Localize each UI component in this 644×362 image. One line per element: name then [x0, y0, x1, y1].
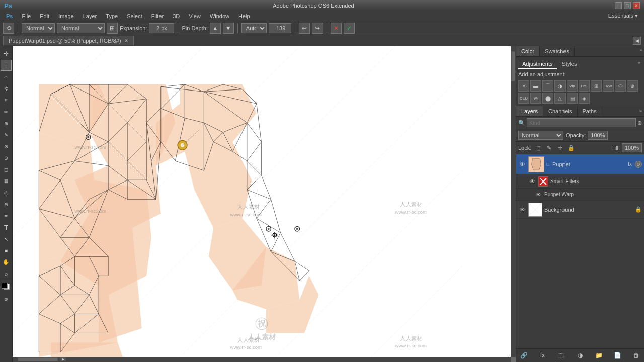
tab-channels[interactable]: Channels: [543, 106, 577, 116]
adj-vibrance[interactable]: Vib: [567, 80, 578, 92]
workspace-essentials[interactable]: Essentials ▾: [604, 12, 642, 20]
puppet-fx-button[interactable]: fx: [628, 161, 632, 167]
redo-button[interactable]: ↪: [312, 23, 323, 34]
menu-layer[interactable]: Layer: [79, 12, 101, 20]
adj-threshold[interactable]: △: [554, 93, 566, 104]
adj-posterize[interactable]: ⬤: [542, 93, 553, 104]
lock-all[interactable]: 🔒: [567, 143, 576, 152]
tool-eyedropper[interactable]: ✏: [1, 106, 12, 117]
menu-filter[interactable]: Filter: [147, 12, 168, 20]
tool-dodge[interactable]: ⊖: [1, 199, 12, 210]
menu-help[interactable]: Help: [234, 12, 254, 20]
undo-button[interactable]: ↩: [299, 23, 310, 34]
tool-move[interactable]: ✛: [1, 48, 12, 59]
tool-pen[interactable]: ✒: [1, 210, 12, 221]
tool-marquee[interactable]: ⬚: [1, 60, 12, 71]
menu-image[interactable]: Image: [54, 12, 78, 20]
minimize-button[interactable]: ─: [615, 2, 622, 9]
puppet-visibility[interactable]: 👁: [518, 160, 526, 168]
tool-magic-wand[interactable]: ✲: [1, 83, 12, 94]
adj-channelmixer[interactable]: ⊕: [627, 80, 638, 92]
background-visibility[interactable]: 👁: [518, 206, 526, 214]
puppet-warp-visibility[interactable]: 👁: [534, 191, 542, 199]
tool-blur[interactable]: ◎: [1, 187, 12, 198]
menu-view[interactable]: View: [185, 12, 205, 20]
restore-button[interactable]: □: [624, 2, 631, 9]
adj-exposure[interactable]: ◑: [554, 80, 566, 92]
layer-smart-filters[interactable]: 👁 Smart Filters: [516, 174, 644, 189]
adj-curves[interactable]: ⌒: [542, 80, 553, 92]
adj-brightness[interactable]: ☀: [518, 80, 529, 92]
rotate-select[interactable]: AutoFixed: [242, 23, 267, 33]
filter-toggle[interactable]: ⊗: [637, 120, 642, 126]
document-tab[interactable]: PuppetWarp01.psd @ 50% (Puppet, RGB/8#) …: [3, 36, 134, 45]
menu-edit[interactable]: Edit: [36, 12, 53, 20]
mode2-select[interactable]: NormalFewer PointsMore Points: [57, 23, 105, 33]
tab-paths[interactable]: Paths: [578, 106, 602, 116]
menu-type[interactable]: Type: [102, 12, 122, 20]
add-mask-button[interactable]: ⬚: [557, 351, 566, 360]
layers-panel-menu[interactable]: ≡: [637, 106, 644, 116]
vertical-scrollbar[interactable]: [511, 46, 516, 357]
add-style-button[interactable]: fx: [538, 351, 547, 360]
menu-ps[interactable]: Ps: [2, 12, 17, 20]
tool-gradient[interactable]: ▦: [1, 175, 12, 187]
pin-depth-down[interactable]: ▼: [223, 23, 234, 34]
tool-crop[interactable]: ⌗: [1, 95, 12, 106]
puppet-warp-icon[interactable]: ⟲: [3, 23, 14, 34]
adj-colorbalance[interactable]: ⊞: [591, 80, 602, 92]
adj-colorlookup[interactable]: CLU: [518, 93, 529, 104]
tab-adjustments[interactable]: Adjustments: [518, 59, 557, 69]
lock-transparent[interactable]: ⬚: [533, 143, 542, 152]
tool-freeform[interactable]: ⌀: [1, 293, 12, 304]
rotate-input[interactable]: [269, 23, 291, 33]
menu-file[interactable]: File: [18, 12, 35, 20]
link-layers-button[interactable]: 🔗: [519, 351, 528, 360]
tool-path-select[interactable]: ↖: [1, 233, 12, 244]
layer-background[interactable]: 👁 Background 🔒: [516, 201, 644, 219]
adj-bw[interactable]: B/W: [603, 80, 614, 92]
menu-3d[interactable]: 3D: [169, 12, 184, 20]
v-scrollbar-thumb[interactable]: [511, 51, 515, 81]
new-layer-button[interactable]: 📄: [613, 351, 622, 360]
tool-shape[interactable]: ■: [1, 245, 12, 256]
layers-search-input[interactable]: [527, 118, 636, 127]
cancel-warp-button[interactable]: ✕: [331, 23, 342, 34]
new-adjustment-button[interactable]: ◑: [576, 351, 585, 360]
adj-photofilter[interactable]: ⬭: [615, 80, 626, 92]
adj-gradientmap[interactable]: ▤: [567, 93, 578, 104]
play-button[interactable]: ▶: [60, 357, 66, 361]
lock-brush[interactable]: ✎: [544, 143, 553, 152]
fill-input[interactable]: [622, 143, 642, 152]
menu-select[interactable]: Select: [123, 12, 146, 20]
tool-healing[interactable]: ⊕: [1, 118, 12, 129]
grid-toggle[interactable]: ⊞: [107, 23, 118, 34]
foreground-color[interactable]: [2, 283, 8, 289]
delete-layer-button[interactable]: 🗑: [632, 351, 641, 360]
adj-invert[interactable]: ⊖: [530, 93, 541, 104]
tab-styles[interactable]: Styles: [558, 59, 581, 69]
adj-panel-menu[interactable]: ≡: [636, 59, 642, 69]
h-scrollbar-thumb[interactable]: [18, 357, 58, 361]
menu-window[interactable]: Window: [206, 12, 233, 20]
blend-mode-select[interactable]: NormalDarkenMultiply: [518, 131, 564, 140]
puppet-options[interactable]: ⊙: [635, 161, 642, 168]
layer-puppet-warp[interactable]: 👁 Puppet Warp: [516, 189, 644, 201]
panels-toggle[interactable]: ◀: [633, 37, 641, 45]
document-tab-close[interactable]: ✕: [124, 38, 128, 43]
horizontal-scrollbar[interactable]: ▶: [13, 357, 511, 362]
tool-hand[interactable]: ✋: [1, 256, 12, 267]
tool-brush[interactable]: ✎: [1, 129, 12, 140]
tool-type[interactable]: T: [1, 222, 12, 233]
pin-depth-up[interactable]: ▲: [210, 23, 221, 34]
color-panel-menu[interactable]: ≡: [638, 46, 644, 53]
lock-move[interactable]: ✛: [555, 143, 565, 152]
close-button[interactable]: ✕: [633, 2, 640, 9]
smart-filters-visibility[interactable]: 👁: [528, 177, 536, 186]
confirm-warp-button[interactable]: ✓: [344, 23, 355, 34]
tool-zoom[interactable]: ⌕: [1, 268, 12, 279]
adj-levels[interactable]: ▬: [530, 80, 541, 92]
mode1-select[interactable]: NormalRigidDistort: [22, 23, 55, 33]
tool-eraser[interactable]: ◻: [1, 164, 12, 175]
color-swatches[interactable]: [1, 283, 12, 293]
